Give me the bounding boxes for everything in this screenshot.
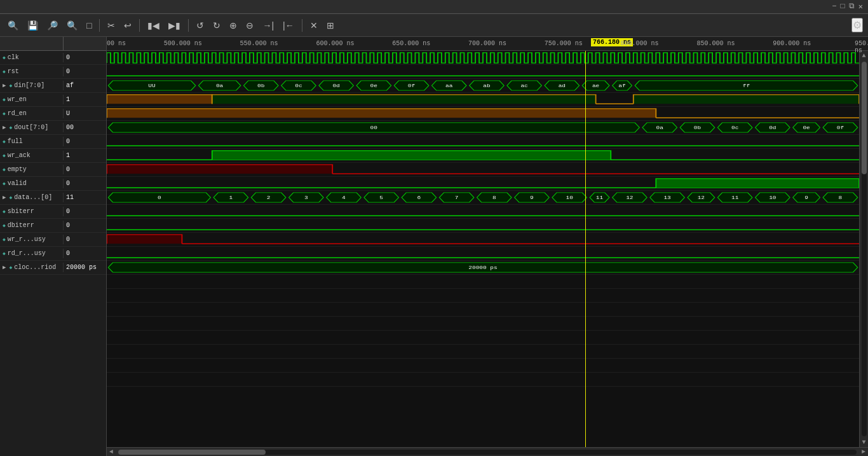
signal-icon-wr_ack: ◆: [3, 153, 6, 158]
time-mark: 650.000 ns: [392, 40, 430, 47]
signal-row-wr_en[interactable]: ◆wr_en1: [0, 93, 106, 107]
signal-name-rst: ◆rst: [0, 67, 64, 76]
scroll-down-button[interactable]: ▼: [860, 438, 867, 447]
add-marker-button[interactable]: ⊕: [227, 19, 240, 32]
signal-label-rst: rst: [8, 68, 19, 75]
signal-label-dout: dout[7:0]: [14, 124, 48, 131]
next-edge-button[interactable]: ↻: [210, 19, 223, 32]
prev-edge-button[interactable]: ↺: [194, 19, 207, 32]
signal-row-wr_ack[interactable]: ◆wr_ack1: [0, 149, 106, 163]
signal-row-cloc_riod[interactable]: ▶◆cloc...riod20000 ps: [0, 261, 106, 275]
restore-button[interactable]: □: [841, 2, 845, 11]
signal-name-wr_en: ◆wr_en: [0, 95, 64, 104]
signal-label-din: din[7:0]: [14, 82, 44, 89]
waveform-area[interactable]: UU0a0b0c0d0e0faaabacadaeafff000a0b0c0d0e…: [107, 51, 859, 447]
signal-row-wr_r_usy[interactable]: ◆wr_r...usy0: [0, 233, 106, 247]
expand-icon-data[interactable]: ▶: [3, 194, 6, 201]
toolbar-separator-4: [302, 19, 302, 32]
wave-row-clk: [107, 51, 859, 65]
arrow-left-button[interactable]: |←: [280, 19, 297, 32]
vscroll-thumb[interactable]: [862, 62, 867, 174]
hscroll-thumb[interactable]: [118, 450, 266, 455]
settings-button[interactable]: ⚙: [851, 18, 863, 32]
signal-value-dout: 00: [64, 123, 102, 132]
svg-rect-29: [107, 95, 212, 104]
signal-row-full[interactable]: ◆full0: [0, 135, 106, 149]
arrow-right-button[interactable]: →|: [260, 19, 276, 32]
signal-row-rst[interactable]: ◆rst0: [0, 65, 106, 79]
minimize-button[interactable]: −: [832, 2, 836, 11]
signal-value-cloc_riod: 20000 ps: [64, 263, 102, 272]
svg-text:0c: 0c: [731, 125, 738, 131]
svg-text:9: 9: [804, 195, 808, 201]
expand-icon-cloc_riod[interactable]: ▶: [3, 264, 6, 271]
wave-row-wr_r_usy: [107, 233, 859, 247]
expand-icon-dout[interactable]: ▶: [3, 124, 6, 131]
signal-label-cloc_riod: cloc...riod: [14, 264, 56, 271]
svg-text:5: 5: [379, 195, 383, 201]
signal-label-dbiterr: dbiterr: [8, 222, 34, 229]
wave-row-rd_en: [107, 107, 859, 121]
vertical-scrollbar[interactable]: ▲ ▼: [859, 51, 868, 447]
signal-name-wr_ack: ◆wr_ack: [0, 151, 64, 160]
signal-header: [0, 37, 106, 51]
wave-row-empty: [107, 289, 859, 303]
signal-label-data: data...[0]: [14, 194, 52, 201]
hscroll-track[interactable]: [118, 450, 857, 455]
delete-button[interactable]: ✕: [308, 19, 320, 32]
signal-label-valid: valid: [8, 180, 27, 187]
signal-icon-rd_r_usy: ◆: [3, 251, 6, 256]
signal-icon-valid: ◆: [3, 181, 6, 186]
signal-value-wr_en: 1: [64, 95, 102, 104]
svg-text:10: 10: [566, 195, 573, 201]
scroll-right-arrow[interactable]: ►: [859, 448, 868, 455]
remove-marker-button[interactable]: ⊖: [243, 19, 256, 32]
signal-row-din[interactable]: ▶◆din[7:0]af: [0, 79, 106, 93]
zoom-out-button[interactable]: 🔍: [64, 19, 80, 32]
svg-text:0e: 0e: [803, 125, 810, 131]
signal-row-empty[interactable]: ◆empty0: [0, 163, 106, 177]
signal-row-clk[interactable]: ◆clk0: [0, 51, 106, 65]
go-end-button[interactable]: ▶▮: [166, 19, 183, 32]
zoom-in-button[interactable]: 🔎: [44, 19, 60, 32]
go-start-button[interactable]: ▮◀: [145, 19, 162, 32]
wave-row-full: [107, 135, 859, 149]
svg-text:13: 13: [663, 195, 670, 201]
signal-row-valid[interactable]: ◆valid0: [0, 177, 106, 191]
signal-row-data[interactable]: ▶◆data...[0]11: [0, 191, 106, 205]
signal-value-full: 0: [64, 137, 102, 146]
expand-icon-din[interactable]: ▶: [3, 82, 6, 89]
signal-row-sbiterr[interactable]: ◆sbiterr0: [0, 205, 106, 219]
signal-name-full: ◆full: [0, 137, 64, 146]
svg-text:00: 00: [370, 125, 377, 131]
signal-row-rd_en[interactable]: ◆rd_enU: [0, 107, 106, 121]
toolbar-separator-2: [139, 19, 140, 32]
signal-row-rd_r_usy[interactable]: ◆rd_r...usy0: [0, 247, 106, 261]
wave-row-wr_ack: [107, 149, 859, 163]
svg-text:9: 9: [530, 195, 534, 201]
signal-row-dout[interactable]: ▶◆dout[7:0]00: [0, 121, 106, 135]
signal-label-wr_r_usy: wr_r...usy: [8, 236, 46, 243]
maximize-button[interactable]: ⧉: [849, 2, 855, 11]
signal-label-sbiterr: sbiterr: [8, 208, 34, 215]
horizontal-scrollbar[interactable]: ◄ ►: [107, 447, 868, 456]
grid-button[interactable]: ⊞: [324, 19, 337, 32]
save-button[interactable]: 💾: [25, 19, 41, 32]
wave-row-empty: [107, 163, 859, 177]
signal-name-clk: ◆clk: [0, 53, 64, 62]
name-column-header: [0, 37, 64, 50]
time-mark: 900.000 ns: [773, 40, 811, 47]
signal-name-data: ▶◆data...[0]: [0, 193, 64, 202]
close-button[interactable]: ✕: [858, 2, 863, 11]
waveform-container[interactable]: 766.180 ns450.000 ns500.000 ns550.000 ns…: [107, 37, 868, 456]
scroll-left-arrow[interactable]: ◄: [107, 448, 116, 455]
vscroll-track[interactable]: [862, 62, 867, 436]
svg-text:ff: ff: [743, 83, 750, 89]
signal-row-dbiterr[interactable]: ◆dbiterr0: [0, 219, 106, 233]
fit-button[interactable]: □: [84, 19, 94, 32]
zoom-fit-button[interactable]: 🔍: [5, 19, 21, 32]
time-mark: 500.000 ns: [164, 40, 202, 47]
svg-text:20000 ps: 20000 ps: [468, 265, 497, 271]
undo-button[interactable]: ↩: [121, 19, 134, 32]
cut-button[interactable]: ✂: [105, 19, 118, 32]
